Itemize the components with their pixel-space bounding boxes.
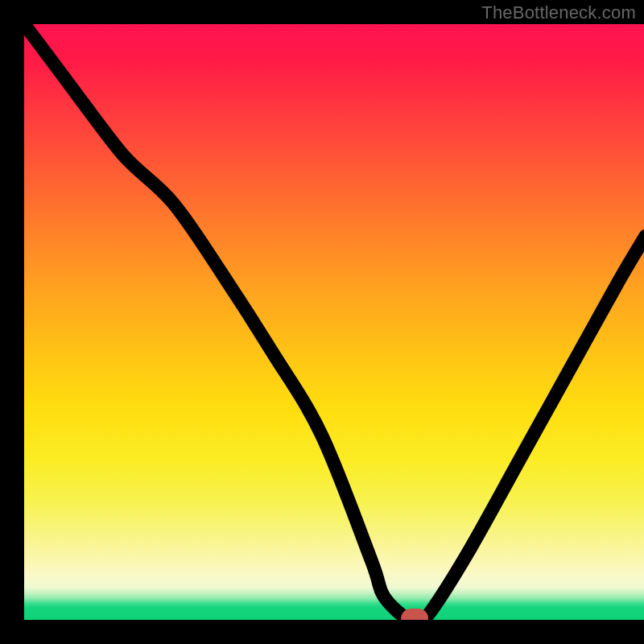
watermark-text: TheBottleneck.com xyxy=(481,2,636,23)
optimal-marker xyxy=(404,612,425,620)
bottleneck-curve xyxy=(24,24,644,620)
chart-svg xyxy=(24,24,644,620)
chart-frame: TheBottleneck.com xyxy=(0,0,644,644)
plot-area xyxy=(24,24,644,620)
